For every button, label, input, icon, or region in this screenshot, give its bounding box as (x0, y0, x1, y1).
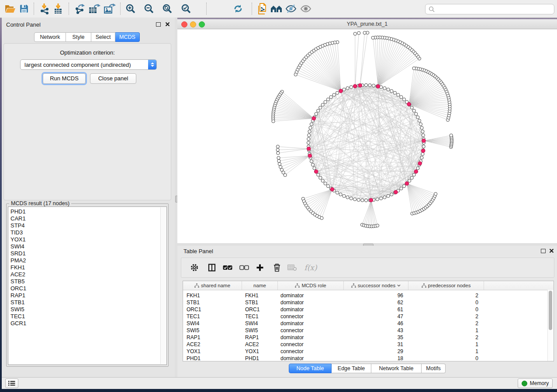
hide-selected-button[interactable] (284, 1, 298, 16)
tab-style[interactable]: Style (66, 32, 91, 42)
table-body: FKH1FKH1dominator962STB1STB1dominator620… (183, 290, 554, 361)
table-row[interactable]: STB1STB1dominator620 (183, 299, 554, 306)
gear-icon (190, 263, 199, 272)
task-history-button[interactable] (5, 378, 18, 388)
search-input[interactable] (435, 6, 554, 12)
status-bar: Memory (2, 377, 557, 389)
list-item[interactable]: STB5 (8, 278, 166, 285)
column-header-shared-name[interactable]: shared name (183, 281, 242, 290)
list-item[interactable]: ACE2 (8, 271, 166, 278)
tab-node-table[interactable]: Node Table (289, 364, 332, 373)
zoom-in-button[interactable] (123, 1, 138, 16)
table-panel-title: Table Panel (183, 248, 213, 254)
tab-motifs[interactable]: Motifs (422, 364, 446, 373)
list-item[interactable]: PHD1 (8, 208, 166, 215)
tab-network-table[interactable]: Network Table (371, 364, 422, 373)
table-cell-role: dominator (277, 334, 343, 340)
list-item[interactable]: PMA2 (8, 257, 166, 264)
tab-network[interactable]: Network (34, 32, 66, 42)
list-scrollbar[interactable] (160, 207, 166, 364)
delete-table-button (286, 261, 298, 274)
table-row[interactable]: FKH1FKH1dominator962 (183, 292, 554, 299)
network-canvas[interactable] (177, 29, 557, 243)
column-header-successor-nodes[interactable]: successor nodes (344, 281, 408, 290)
search-icon (429, 6, 435, 12)
export-table-icon (88, 3, 100, 14)
import-network-button[interactable] (38, 1, 52, 16)
list-item[interactable]: ORC1 (8, 285, 166, 292)
table-row[interactable]: SWI4SWI4dominator462 (183, 320, 554, 327)
zoom-fit-button[interactable] (160, 1, 175, 16)
scrollbar-thumb[interactable] (549, 291, 552, 330)
list-item[interactable]: SWI5 (8, 306, 166, 313)
show-columns-button[interactable] (206, 261, 218, 274)
float-panel-icon[interactable] (156, 22, 161, 27)
table-cell-name: TEC1 (242, 313, 277, 320)
zoom-out-button[interactable] (142, 1, 156, 16)
save-session-button[interactable] (17, 1, 31, 16)
search-field[interactable] (425, 4, 554, 14)
table-row[interactable]: TEC1TEC1connector472 (183, 313, 554, 320)
list-item[interactable]: STB1 (8, 299, 166, 306)
show-all-button[interactable] (298, 1, 313, 16)
column-header-mcds-role[interactable]: MCDS role (278, 281, 344, 290)
table-header: shared name name MCDS role successor nod… (183, 281, 554, 290)
list-item[interactable]: SWI4 (8, 243, 166, 250)
tab-select[interactable]: Select (91, 32, 115, 42)
table-scrollbar[interactable] (547, 290, 554, 361)
column-header-predecessor-nodes[interactable]: predecessor nodes (408, 281, 484, 290)
list-item[interactable]: CAR1 (8, 215, 166, 222)
clone-network-button[interactable] (255, 1, 270, 16)
run-mcds-button[interactable]: Run MCDS (43, 73, 86, 84)
close-panel-icon[interactable] (165, 22, 170, 27)
table-row[interactable]: RAP1RAP1dominator352 (183, 334, 554, 341)
deselect-all-button[interactable] (238, 261, 250, 274)
table-settings-button[interactable] (188, 261, 201, 274)
trash-icon (273, 263, 281, 272)
list-item[interactable]: YOX1 (8, 236, 166, 243)
zoom-selected-button[interactable] (179, 1, 194, 16)
first-neighbors-button[interactable] (269, 1, 284, 16)
open-session-button[interactable] (3, 1, 17, 16)
table-row[interactable]: ORC1ORC1dominator610 (183, 306, 554, 313)
close-panel-button[interactable]: Close panel (90, 73, 136, 84)
list-item[interactable]: TID3 (8, 229, 166, 236)
table-cell-successors: 47 (343, 313, 407, 320)
list-item[interactable]: STP4 (8, 222, 166, 229)
list-item[interactable]: RAP1 (8, 292, 166, 299)
table-tabbar: Node Table Edge Table Network Table Moti… (177, 364, 557, 373)
export-network-button[interactable] (73, 1, 87, 16)
tab-mcds[interactable]: MCDS (115, 32, 140, 42)
table-row[interactable]: SWI5SWI5connector431 (183, 327, 554, 334)
list-item[interactable]: FKH1 (8, 264, 166, 271)
criterion-select[interactable]: largest connected component (undirected) (20, 59, 157, 70)
control-panel-title: Control Panel (6, 21, 41, 28)
table-cell-predecessors: 2 (407, 292, 482, 299)
export-image-button[interactable] (102, 1, 117, 16)
fx-icon: f(x) (304, 263, 317, 272)
table-row[interactable]: ACE2ACE2connector311 (183, 341, 554, 348)
import-table-button[interactable] (51, 1, 66, 16)
table-row[interactable]: PHD1PHD1dominator180 (183, 355, 554, 361)
column-header-name[interactable]: name (242, 281, 278, 290)
table-cell-successors: 35 (343, 334, 407, 340)
list-item[interactable]: SRD1 (8, 250, 166, 257)
table-cell-predecessors: 0 (407, 299, 482, 306)
export-table-button[interactable] (87, 1, 102, 16)
select-all-button[interactable] (221, 261, 234, 274)
clone-network-icon (257, 3, 268, 14)
network-graph[interactable] (177, 29, 557, 243)
memory-button[interactable]: Memory (518, 378, 553, 388)
refresh-layout-button[interactable] (231, 1, 246, 16)
delete-column-button[interactable] (271, 261, 283, 274)
table-cell-shared: SWI4 (183, 320, 242, 327)
table-row[interactable]: YOX1YOX1connector291 (183, 348, 554, 355)
list-item[interactable]: GCR1 (8, 320, 166, 327)
add-column-button[interactable] (254, 261, 266, 274)
tab-edge-table[interactable]: Edge Table (332, 364, 371, 373)
close-panel-icon[interactable] (549, 248, 554, 253)
float-panel-icon[interactable] (541, 249, 546, 253)
table-cell-role: connector (277, 341, 343, 347)
list-item[interactable]: TEC1 (8, 313, 166, 320)
network-titlebar: YPA_prune.txt_1 (177, 19, 557, 29)
